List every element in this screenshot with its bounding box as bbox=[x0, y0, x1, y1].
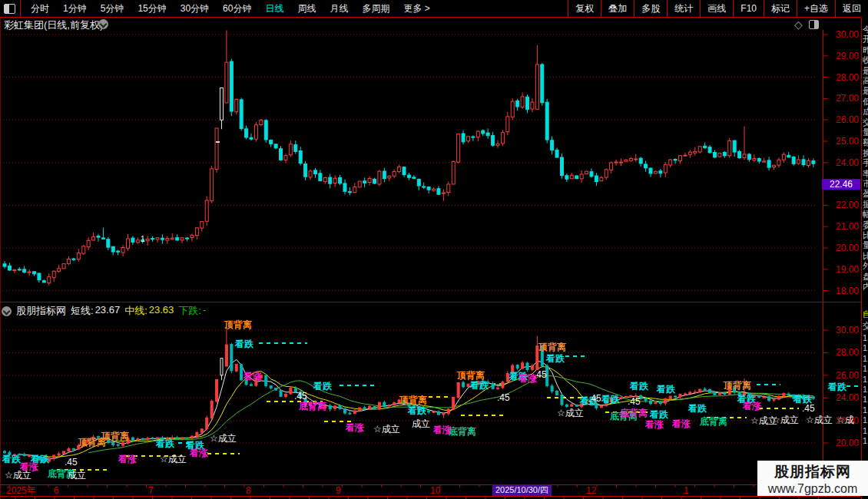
candle-body bbox=[290, 388, 292, 394]
candle-body bbox=[378, 402, 380, 409]
candle-body bbox=[526, 363, 528, 369]
candle-body bbox=[476, 131, 479, 137]
candle-body bbox=[620, 398, 622, 398]
annotation-顶背离: 顶背离 bbox=[399, 395, 427, 405]
candle-body bbox=[501, 133, 504, 144]
candle-body bbox=[131, 438, 134, 440]
annotation-底背离: 底背离 bbox=[620, 408, 648, 418]
candle-body bbox=[151, 438, 154, 438]
candle-body bbox=[388, 176, 391, 178]
annotation-底背离: 底背离 bbox=[449, 427, 476, 436]
candle-body bbox=[216, 380, 218, 402]
candle-body bbox=[561, 395, 563, 405]
candle-body bbox=[452, 161, 455, 184]
candle-body bbox=[388, 405, 390, 405]
indicator-chevron-down-icon[interactable] bbox=[2, 306, 12, 316]
candle-body bbox=[33, 272, 36, 274]
annotation-看跌: 看跌 bbox=[156, 439, 174, 448]
candle-body bbox=[733, 140, 736, 152]
candle-body bbox=[634, 159, 638, 160]
candle-body bbox=[570, 175, 573, 178]
strip-char: 手 bbox=[863, 158, 868, 167]
candle-body bbox=[605, 170, 608, 177]
annotation-成立: ☆成立 bbox=[557, 408, 584, 418]
candle-body bbox=[679, 394, 681, 397]
candle-body bbox=[274, 144, 277, 148]
candle-body bbox=[270, 386, 272, 388]
candle-body bbox=[403, 167, 406, 175]
candle-body bbox=[117, 251, 120, 252]
watermark-title: 股朋指标网 bbox=[757, 462, 868, 482]
candle-body bbox=[437, 411, 439, 415]
candle-body bbox=[82, 246, 85, 253]
candle-body bbox=[728, 141, 731, 156]
candle-body bbox=[467, 384, 469, 386]
candle-body bbox=[718, 153, 721, 157]
candle-body bbox=[343, 409, 346, 413]
candle-body bbox=[506, 374, 509, 382]
candle-body bbox=[649, 168, 652, 173]
annotation-成立: ☆成立 bbox=[160, 454, 187, 464]
strip-char: 交 bbox=[863, 321, 868, 330]
candle-body bbox=[200, 222, 204, 228]
candle-body bbox=[531, 102, 534, 109]
candle-body bbox=[235, 365, 237, 372]
candle-body bbox=[137, 439, 139, 441]
strip-digit: 1 bbox=[863, 415, 868, 425]
candle-body bbox=[52, 271, 55, 277]
candle-body bbox=[280, 391, 282, 397]
strip-digit: 1 bbox=[863, 436, 868, 445]
candle-body bbox=[432, 189, 436, 190]
candle-body bbox=[48, 277, 51, 283]
candle-body bbox=[186, 238, 189, 239]
candle-body bbox=[28, 272, 31, 273]
annotation-看跌: 看跌 bbox=[828, 382, 846, 392]
candle-body bbox=[723, 152, 726, 156]
sub-y-label: 26.00 bbox=[822, 371, 859, 380]
strip-char: 率 bbox=[863, 169, 868, 178]
candle-body bbox=[684, 155, 687, 156]
candle-body bbox=[23, 269, 26, 273]
candle-body bbox=[718, 393, 721, 395]
candle-body bbox=[245, 129, 248, 137]
candle-body bbox=[373, 407, 376, 409]
candle-body bbox=[738, 151, 741, 157]
candle-body bbox=[58, 269, 61, 272]
candle-body bbox=[319, 173, 322, 181]
candle-body bbox=[101, 238, 104, 239]
candle-body bbox=[777, 160, 780, 165]
candle-body bbox=[556, 392, 558, 395]
sub-y-label: 28.00 bbox=[822, 348, 859, 357]
candle-body bbox=[349, 413, 351, 414]
candle-body bbox=[200, 429, 203, 432]
annotation-顶背离: 顶背离 bbox=[101, 431, 129, 441]
candle-body bbox=[694, 151, 697, 153]
candle-body bbox=[506, 117, 509, 132]
candle-body bbox=[4, 451, 6, 453]
candle-body bbox=[97, 236, 100, 237]
strip-char: 量 bbox=[863, 240, 868, 250]
candle-body bbox=[787, 155, 790, 157]
candle-body bbox=[492, 136, 495, 146]
candle-body bbox=[437, 189, 440, 194]
last-price-marker: 22.46 bbox=[822, 179, 860, 190]
candle-body bbox=[704, 146, 707, 147]
x-axis-label: 1 bbox=[684, 486, 689, 496]
candle-body bbox=[565, 405, 568, 406]
candle-body bbox=[87, 240, 90, 246]
candle-body bbox=[42, 281, 45, 283]
candle-body bbox=[329, 177, 332, 183]
candle-body bbox=[161, 238, 164, 240]
candle-body bbox=[284, 394, 287, 396]
strip-digit: 1 bbox=[863, 405, 868, 415]
candle-body bbox=[136, 240, 139, 243]
candle-body bbox=[210, 169, 214, 201]
candle-body bbox=[334, 406, 336, 408]
candle-body bbox=[664, 398, 667, 403]
strip-char: 收 bbox=[863, 55, 868, 64]
candle-body bbox=[511, 101, 514, 117]
strip-digit: 1 bbox=[863, 385, 868, 394]
candle-body bbox=[393, 402, 396, 405]
candle-body bbox=[747, 154, 750, 160]
candle-body bbox=[629, 159, 632, 161]
